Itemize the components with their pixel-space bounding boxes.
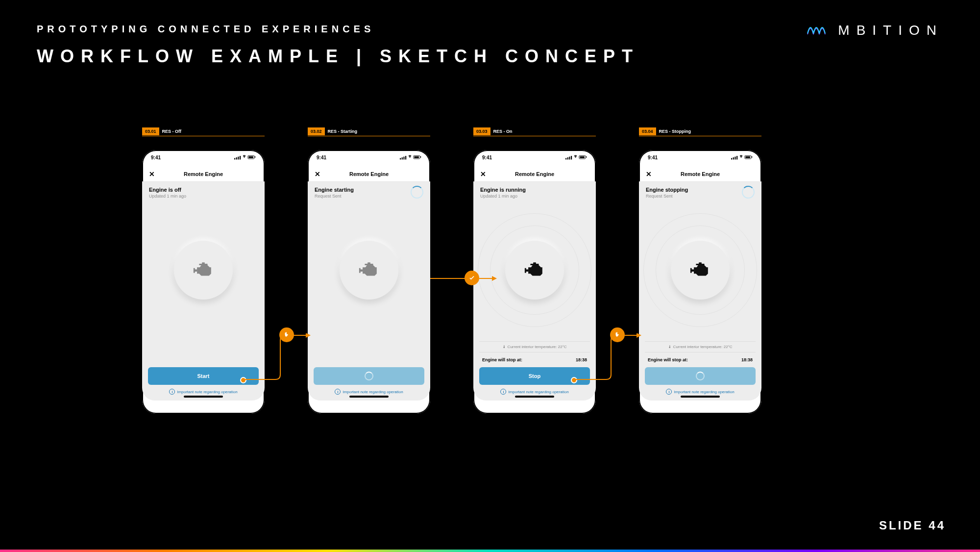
svg-rect-36 [736, 156, 737, 159]
svg-rect-10 [194, 268, 195, 273]
status-icons [234, 155, 256, 167]
stop-time-label: Engine will stop at: [482, 357, 522, 362]
status-header: Engine is off Updated 1 min ago [142, 182, 265, 203]
svg-rect-31 [525, 270, 528, 272]
status-header-subtitle: Updated 1 min ago [480, 194, 589, 199]
close-icon[interactable]: ✕ [315, 170, 320, 178]
note-text: Important note regarding operation [177, 390, 237, 394]
engine-dial [505, 241, 564, 300]
svg-rect-19 [365, 264, 373, 265]
note-link[interactable]: i Important note regarding operation [314, 389, 424, 395]
info-icon: i [169, 389, 175, 395]
status-time: 9:41 [151, 155, 161, 167]
svg-rect-23 [567, 157, 568, 159]
tag-label: RES - On [493, 129, 513, 134]
slide-title: WORKFLOW EXAMPLE | SKETCH CONCEPT [37, 46, 639, 67]
nav-bar: ✕ Remote Engine [473, 167, 596, 182]
svg-rect-1 [236, 157, 237, 159]
button-spinner-icon [696, 372, 705, 380]
phone-mockup: 9:41 ✕ Remote Engine Engine starting Req… [308, 150, 430, 414]
engine-icon [192, 259, 215, 281]
close-icon[interactable]: ✕ [480, 170, 486, 178]
tag-row: 03.04 RES - Stopping [639, 127, 761, 135]
svg-rect-41 [696, 264, 704, 265]
tag-number: 03.01 [142, 127, 159, 135]
tag-underline [639, 136, 761, 136]
home-indicator [515, 396, 554, 398]
svg-rect-34 [733, 157, 734, 159]
status-header-title: Engine stopping [646, 187, 755, 193]
status-time: 9:41 [317, 155, 326, 167]
brand: MBITION [806, 20, 943, 41]
engine-icon [523, 259, 546, 281]
svg-rect-27 [580, 156, 585, 158]
tag-row: 03.01 RES - Off [142, 127, 265, 135]
tag-number: 03.03 [473, 127, 490, 135]
status-bar: 9:41 [473, 150, 596, 167]
svg-rect-35 [735, 157, 735, 160]
brand-logo-icon [806, 20, 827, 41]
status-time: 9:41 [648, 155, 658, 167]
status-header: Engine starting Request Sent [308, 182, 430, 203]
tag-row: 03.03 RES - On [473, 127, 596, 135]
slide: PROTOTYPING CONNECTED EXPERIENCES WORKFL… [0, 0, 980, 552]
svg-rect-22 [565, 158, 566, 159]
svg-rect-5 [248, 156, 253, 158]
home-indicator [681, 396, 720, 398]
status-header-subtitle: Request Sent [646, 194, 755, 199]
close-icon[interactable]: ✕ [646, 170, 652, 178]
status-header-title: Engine starting [315, 187, 423, 193]
loading-spinner-icon [742, 186, 755, 199]
status-icons [400, 155, 421, 167]
home-indicator [184, 396, 223, 398]
note-link[interactable]: i Important note regarding operation [148, 389, 259, 395]
kicker: PROTOTYPING CONNECTED EXPERIENCES [37, 24, 374, 35]
temperature-readout: 🌡 Current interior temperature: 22°C [645, 341, 756, 352]
tag-underline [142, 136, 265, 136]
tag-number: 03.02 [308, 127, 325, 135]
button-spinner-icon [365, 372, 373, 380]
nav-bar: ✕ Remote Engine [639, 167, 761, 182]
note-link[interactable]: i Important note regarding operation [645, 389, 756, 395]
screen-body: Engine stopping Request Sent 🌡 Current i… [639, 182, 761, 401]
svg-rect-3 [240, 156, 241, 159]
svg-rect-32 [525, 268, 526, 273]
svg-rect-17 [420, 156, 421, 158]
svg-rect-24 [569, 157, 570, 160]
svg-rect-38 [745, 156, 750, 158]
tag-label: RES - Off [162, 129, 182, 134]
flow-node-check-icon [465, 271, 479, 285]
flow-node-touch-icon [610, 327, 625, 342]
close-icon[interactable]: ✕ [149, 170, 155, 178]
note-link[interactable]: i Important note regarding operation [479, 389, 590, 395]
primary-button[interactable] [645, 367, 756, 385]
stop-time-value: 18:38 [741, 357, 753, 362]
svg-rect-25 [571, 156, 572, 159]
engine-dial [671, 241, 730, 300]
loading-spinner-icon [411, 186, 423, 199]
note-text: Important note regarding operation [508, 390, 568, 394]
svg-rect-13 [403, 157, 404, 160]
screen-title: Remote Engine [515, 171, 554, 177]
status-bar: 9:41 [639, 150, 761, 167]
svg-rect-16 [414, 156, 419, 158]
bottom-panel: i Important note regarding operation [308, 361, 430, 401]
primary-button[interactable] [314, 367, 424, 385]
svg-rect-42 [691, 270, 694, 272]
flow-connector [244, 333, 313, 382]
svg-rect-21 [359, 268, 361, 273]
primary-button-label: Start [197, 373, 209, 379]
status-bar: 9:41 [142, 150, 265, 167]
slide-number: SLIDE 44 [879, 519, 946, 532]
svg-rect-6 [255, 156, 255, 158]
svg-rect-39 [752, 156, 752, 158]
engine-icon [358, 259, 380, 281]
screen-column: 03.02 RES - Starting 9:41 ✕ Remote Engin… [308, 127, 430, 414]
status-header-subtitle: Request Sent [315, 194, 423, 199]
stop-time-row: Engine will stop at:18:38 [479, 357, 590, 367]
status-header-subtitle: Updated 1 min ago [149, 194, 258, 199]
svg-rect-40 [699, 262, 702, 264]
svg-rect-0 [234, 158, 235, 159]
svg-rect-8 [199, 264, 207, 265]
engine-icon [689, 259, 711, 281]
